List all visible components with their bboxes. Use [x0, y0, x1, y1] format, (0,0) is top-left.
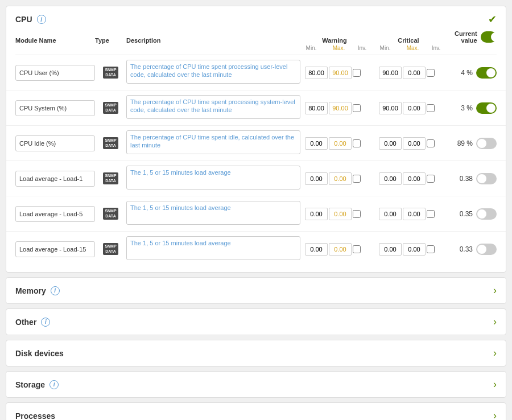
warn-min-input[interactable]: [305, 67, 328, 79]
section-title-memory: Memory: [15, 286, 46, 295]
module-name-input[interactable]: [15, 100, 95, 116]
section-chevron-right-icon-processes[interactable]: ›: [493, 410, 497, 420]
module-name-input[interactable]: [15, 171, 95, 187]
module-desc-textarea[interactable]: The 1, 5 or 15 minutes load average: [126, 201, 300, 225]
section-header-left-memory: Memory i: [15, 286, 60, 295]
module-name-input[interactable]: [15, 65, 95, 81]
warn-inv-checkbox[interactable]: [353, 210, 361, 218]
critical-fields: [379, 67, 453, 79]
section-header-storage[interactable]: Storage i ›: [6, 372, 506, 397]
header-warning: Warning: [298, 37, 371, 44]
crit-min-input[interactable]: [379, 243, 402, 256]
crit-max-input[interactable]: [403, 243, 426, 256]
section-memory[interactable]: Memory i ›: [6, 277, 506, 304]
warn-max-input[interactable]: [329, 67, 352, 79]
warning-fields: [305, 102, 379, 114]
warn-inv-checkbox[interactable]: [353, 69, 361, 77]
current-value-display: 4 %: [453, 69, 473, 77]
warn-inv-checkbox[interactable]: [353, 175, 361, 183]
crit-min-input[interactable]: [379, 208, 402, 220]
module-toggle[interactable]: [476, 138, 497, 149]
warn-min-input[interactable]: [305, 208, 328, 220]
section-title-processes: Processes: [15, 411, 55, 421]
table-row: SNMPDATA The percentage of CPU time spen…: [6, 126, 506, 161]
section-title-storage: Storage: [15, 380, 45, 389]
crit-max-input[interactable]: [403, 137, 426, 150]
section-storage[interactable]: Storage i ›: [6, 371, 506, 398]
module-description: The 1, 5 or 15 minutes load average: [126, 201, 300, 227]
module-desc-textarea[interactable]: The 1, 5 or 15 minutes load average: [126, 166, 300, 190]
crit-inv-checkbox[interactable]: [427, 245, 435, 253]
section-processes[interactable]: Processes ›: [6, 402, 506, 420]
section-info-icon-memory[interactable]: i: [51, 286, 60, 295]
warn-min-input[interactable]: [305, 102, 328, 114]
module-desc-textarea[interactable]: The percentage of CPU time spent process…: [126, 60, 300, 84]
cpu-chevron-down-icon[interactable]: ✔: [488, 13, 497, 26]
module-description: The percentage of CPU time spent process…: [126, 60, 300, 85]
snmp-icon: SNMPDATA: [103, 243, 118, 255]
module-name-input[interactable]: [15, 241, 95, 257]
warn-min-input[interactable]: [305, 137, 328, 150]
table-row: SNMPDATA The 1, 5 or 15 minutes load ave…: [6, 196, 506, 232]
table-row: SNMPDATA The percentage of CPU time spen…: [6, 90, 506, 126]
module-desc-textarea[interactable]: The percentage of CPU time spent process…: [126, 95, 300, 119]
section-chevron-right-icon-memory[interactable]: ›: [493, 285, 497, 297]
module-type-badge: SNMPDATA: [95, 208, 126, 220]
crit-min-input[interactable]: [379, 67, 402, 79]
table-row: SNMPDATA The 1, 5 or 15 minutes load ave…: [6, 232, 506, 266]
warn-max-input[interactable]: [329, 172, 352, 185]
global-toggle[interactable]: [481, 31, 497, 43]
warning-fields: [305, 243, 379, 256]
warn-inv-checkbox[interactable]: [353, 245, 361, 253]
module-desc-textarea[interactable]: The percentage of CPU time spent idle, c…: [126, 130, 300, 154]
module-toggle[interactable]: [476, 173, 497, 184]
module-toggle[interactable]: [476, 244, 497, 255]
warn-min-input[interactable]: [305, 243, 328, 256]
section-chevron-right-icon-storage[interactable]: ›: [493, 378, 497, 390]
section-header-disk-devices[interactable]: Disk devices ›: [6, 340, 506, 366]
warn-min-input[interactable]: [305, 172, 328, 185]
module-name-input[interactable]: [15, 206, 95, 222]
module-name-input[interactable]: [15, 135, 95, 151]
crit-max-input[interactable]: [403, 102, 426, 114]
section-chevron-right-icon-other[interactable]: ›: [493, 316, 497, 328]
module-desc-textarea[interactable]: The 1, 5 or 15 minutes load average: [126, 236, 300, 260]
section-other[interactable]: Other i ›: [6, 308, 506, 335]
section-disk-devices[interactable]: Disk devices ›: [6, 340, 506, 367]
module-type-badge: SNMPDATA: [95, 243, 126, 255]
crit-inv-checkbox[interactable]: [427, 69, 435, 77]
cpu-info-icon[interactable]: i: [37, 15, 46, 24]
crit-inv-checkbox[interactable]: [427, 104, 435, 112]
crit-max-input[interactable]: [403, 208, 426, 220]
section-title-other: Other: [15, 318, 36, 327]
section-header-other[interactable]: Other i ›: [6, 309, 506, 335]
crit-inv-checkbox[interactable]: [427, 139, 435, 147]
crit-min-input[interactable]: [379, 137, 402, 150]
section-info-icon-storage[interactable]: i: [49, 380, 59, 389]
snmp-icon: SNMPDATA: [103, 137, 118, 149]
section-chevron-right-icon-disk-devices[interactable]: ›: [493, 347, 497, 359]
section-header-processes[interactable]: Processes ›: [6, 403, 506, 420]
crit-min-input[interactable]: [379, 102, 402, 114]
crit-inv-checkbox[interactable]: [427, 175, 435, 183]
warn-max-input[interactable]: [329, 137, 352, 150]
warn-max-input[interactable]: [329, 208, 352, 220]
module-toggle[interactable]: [476, 102, 497, 114]
cpu-section-header[interactable]: CPU i ✔: [6, 6, 506, 30]
crit-max-input[interactable]: [403, 172, 426, 185]
section-info-icon-other[interactable]: i: [41, 318, 50, 327]
module-toggle[interactable]: [476, 208, 497, 220]
warn-max-input[interactable]: [329, 243, 352, 256]
warn-inv-checkbox[interactable]: [353, 104, 361, 112]
crit-inv-checkbox[interactable]: [427, 210, 435, 218]
section-header-memory[interactable]: Memory i ›: [6, 278, 506, 303]
current-value-display: 89 %: [453, 139, 473, 147]
module-toggle[interactable]: [476, 67, 497, 79]
crit-max-input[interactable]: [403, 67, 426, 79]
warn-max-input[interactable]: [329, 102, 352, 114]
snmp-icon: SNMPDATA: [103, 208, 118, 220]
crit-min-input[interactable]: [379, 172, 402, 185]
section-header-left-storage: Storage i: [15, 380, 59, 389]
warn-inv-checkbox[interactable]: [353, 139, 361, 147]
critical-subheaders: Min. Max. Inv.: [371, 45, 445, 51]
